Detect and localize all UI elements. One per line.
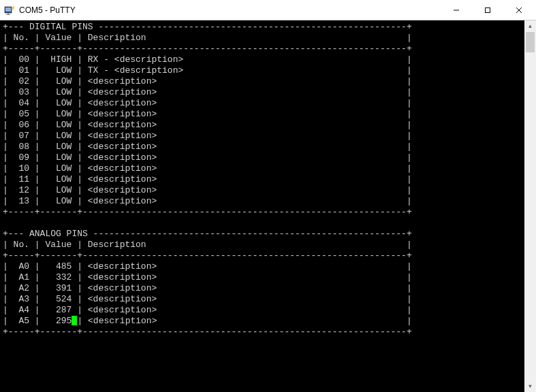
window-controls	[441, 0, 535, 20]
svg-rect-5	[486, 7, 490, 12]
terminal-cursor	[72, 316, 77, 325]
svg-rect-1	[5, 7, 11, 12]
close-button[interactable]	[503, 0, 535, 20]
scroll-up-arrow[interactable]: ▲	[524, 20, 536, 32]
maximize-button[interactable]	[472, 0, 503, 20]
window-title: COM5 - PuTTY	[19, 5, 441, 15]
svg-rect-2	[7, 13, 9, 14]
minimize-button[interactable]	[441, 0, 472, 20]
putty-icon	[4, 5, 15, 16]
scroll-down-arrow[interactable]: ▼	[524, 380, 536, 392]
scroll-thumb[interactable]	[526, 32, 535, 52]
vertical-scrollbar[interactable]: ▲ ▼	[524, 20, 536, 392]
terminal-output[interactable]: +--- DIGITAL PINS ----------------------…	[0, 20, 524, 392]
svg-rect-3	[6, 14, 10, 15]
window-titlebar: COM5 - PuTTY	[0, 0, 536, 20]
